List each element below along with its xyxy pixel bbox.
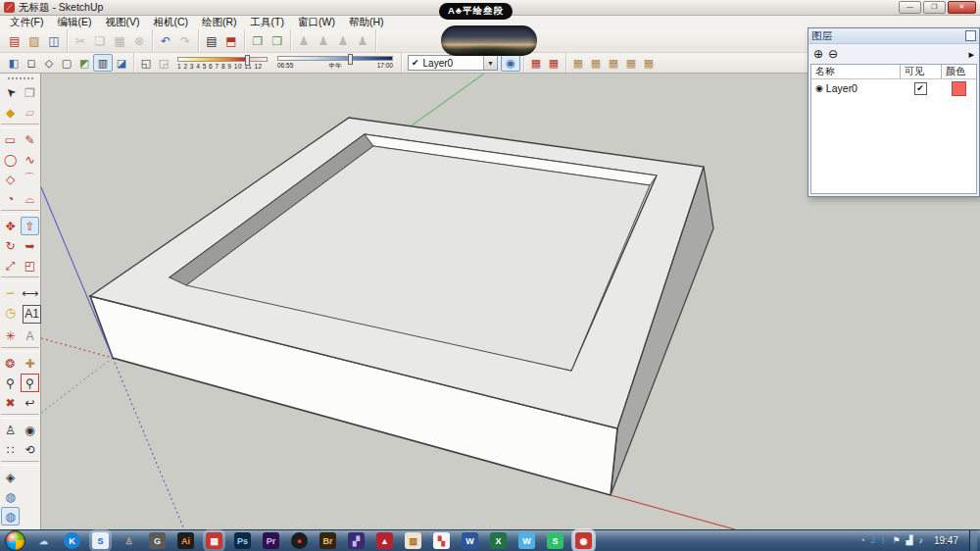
taskbar-app-cloud[interactable]: ☁	[35, 532, 52, 549]
scale-tool[interactable]: ⤢	[1, 256, 20, 275]
layer-name[interactable]: Layer0	[826, 82, 900, 94]
model-tool-3[interactable]: ♟	[333, 32, 353, 50]
tray-bluetooth-icon[interactable]: ᛒ	[881, 536, 886, 545]
add-detail-button[interactable]: ▦	[622, 55, 640, 71]
text-tool[interactable]: A1	[23, 305, 41, 324]
orbit-view-button-2[interactable]: ◍	[1, 507, 20, 526]
share-model-button[interactable]: ❒	[268, 32, 287, 50]
position-camera-tool[interactable]: ♙	[1, 421, 20, 439]
layer-color-swatch[interactable]	[952, 81, 966, 96]
axes-tool[interactable]: ✳	[1, 326, 20, 345]
menu-tools[interactable]: 工具(T)	[244, 16, 291, 29]
flip-edge-button[interactable]: ▦	[640, 55, 658, 71]
menu-view[interactable]: 视图(V)	[98, 16, 146, 29]
from-scratch-button[interactable]: ▦	[545, 55, 563, 71]
shadow-time-slider[interactable]: 06:55 中午 17:00	[277, 56, 393, 71]
delete-button[interactable]: ⊗	[129, 32, 149, 50]
undo-button[interactable]: ↶	[156, 32, 175, 50]
menu-help[interactable]: 帮助(H)	[342, 16, 391, 29]
look-around-tool[interactable]: ◉	[21, 421, 39, 439]
shadow-date-slider-handle[interactable]	[245, 55, 250, 66]
textured-style-button[interactable]: ▥	[93, 54, 113, 72]
new-button[interactable]: ▤	[5, 32, 24, 50]
taskbar-app-sketchup-doc[interactable]: ▤	[206, 532, 222, 549]
stamp-button[interactable]: ▦	[587, 55, 605, 71]
section-plane-tool[interactable]: ⟲	[21, 440, 39, 459]
add-layer-button[interactable]: ⊕	[813, 48, 823, 60]
taskbar-app-lightroom[interactable]: ▞	[348, 532, 365, 549]
current-layer-radio[interactable]: ◉	[815, 83, 823, 93]
freehand-tool[interactable]: ∿	[21, 150, 39, 169]
paste-button[interactable]: ▦	[110, 32, 129, 50]
shadow-date-slider-bar[interactable]	[177, 57, 268, 62]
arc2-tool[interactable]: ⌓	[21, 189, 39, 208]
copy-button[interactable]: ❏	[90, 32, 110, 50]
model-tool-1[interactable]: ♟	[294, 32, 314, 50]
taskbar-app-wps[interactable]: W	[518, 532, 535, 549]
shadow-time-slider-bar[interactable]	[277, 56, 393, 61]
tray-volume-icon[interactable]: ♪	[918, 536, 923, 545]
show-desktop-button[interactable]	[969, 530, 977, 551]
layer-manager-button[interactable]: ◉	[501, 54, 520, 72]
tray-downloader-icon[interactable]: J	[871, 536, 876, 545]
rectangle-tool[interactable]: ▭	[1, 130, 20, 149]
taskbar-app-photoshop[interactable]: Ps	[234, 532, 251, 549]
zoom-window-tool[interactable]: ⚲	[21, 374, 39, 392]
pan-tool[interactable]: ✚	[21, 354, 39, 373]
orbit-view-button[interactable]: ◍	[1, 487, 20, 506]
open-button[interactable]: ▨	[24, 32, 44, 50]
layers-panel-titlebar[interactable]: 图层	[808, 28, 979, 44]
smoove-button[interactable]: ▦	[569, 55, 587, 71]
layer-visible-checkbox[interactable]: ✔	[914, 82, 927, 95]
layers-panel-close-button[interactable]	[965, 30, 976, 41]
tray-overflow-icon[interactable]: ◔	[859, 536, 864, 545]
arc-tool[interactable]: ⌒	[21, 170, 39, 188]
shadow-date-slider[interactable]: 1 2 3 4 5 6 7 8 9 10 11 12	[177, 57, 268, 70]
monochrome-style-button[interactable]: ◪	[113, 55, 130, 71]
eraser-tool[interactable]: ▱	[21, 103, 39, 122]
wireframe-style-button[interactable]: ◇	[40, 55, 58, 71]
taskbar-app-illustrator[interactable]: Ai	[177, 532, 194, 549]
zoom-extents-tool[interactable]: ✖	[1, 393, 20, 412]
menu-window[interactable]: 窗口(W)	[291, 16, 342, 29]
shadow-time-slider-handle[interactable]	[348, 54, 353, 65]
hidden-line-style-button[interactable]: ▢	[58, 55, 75, 71]
menu-draw[interactable]: 绘图(R)	[195, 16, 244, 29]
taskbar-app-s-green[interactable]: S	[547, 532, 564, 549]
tray-action-center-icon[interactable]: ⚑	[892, 536, 900, 545]
protractor-tool[interactable]: ◷	[1, 303, 20, 322]
circle-tool[interactable]: ◯	[1, 150, 20, 169]
taskbar-app-camera[interactable]: ♙	[121, 532, 137, 549]
menu-camera[interactable]: 相机(C)	[146, 16, 195, 29]
redo-button[interactable]: ↷	[175, 32, 195, 50]
taskbar-app-sogou[interactable]: S	[92, 532, 109, 549]
shadow-settings-button[interactable]: ◱	[137, 55, 155, 71]
taskbar-app-word[interactable]: W	[462, 532, 478, 549]
rotate-tool[interactable]: ↻	[1, 236, 20, 255]
cut-button[interactable]: ✂	[71, 32, 90, 50]
close-button[interactable]: ✕	[948, 1, 976, 14]
tape-measure-tool[interactable]: ∽	[1, 283, 20, 302]
minimize-button[interactable]: —	[899, 1, 921, 14]
back-edges-style-button[interactable]: ◻	[23, 55, 40, 71]
start-button[interactable]	[5, 530, 25, 551]
menu-edit[interactable]: 编辑(E)	[50, 16, 98, 29]
remove-layer-button[interactable]: ⊖	[828, 48, 838, 60]
taskbar-app-bridge[interactable]: Br	[319, 532, 336, 549]
taskbar-app-g[interactable]: G	[149, 532, 166, 549]
push-pull-tool[interactable]: ⇧	[21, 217, 39, 235]
get-models-button[interactable]: ❒	[248, 32, 268, 50]
palette-drag-handle[interactable]	[8, 77, 33, 79]
taskbar-app-archive[interactable]: ▥	[405, 532, 421, 549]
next-view-button[interactable]: ◈	[1, 468, 20, 486]
menu-file[interactable]: 文件(F)	[3, 16, 50, 29]
restore-button[interactable]: ❐	[923, 1, 946, 14]
layer-combobox[interactable]: ✔ Layer0 ▼	[408, 55, 498, 71]
taskbar-app-premiere[interactable]: Pr	[263, 532, 279, 549]
taskbar-app-sketchup[interactable]: ◉	[575, 532, 592, 549]
pie-tool[interactable]: ◔	[1, 189, 20, 208]
polygon-tool[interactable]: ◇	[1, 170, 20, 188]
model-tool-4[interactable]: ♟	[353, 32, 372, 50]
dimension-tool[interactable]: ⟷	[21, 283, 39, 302]
walk-tool[interactable]: ∷	[1, 440, 20, 459]
